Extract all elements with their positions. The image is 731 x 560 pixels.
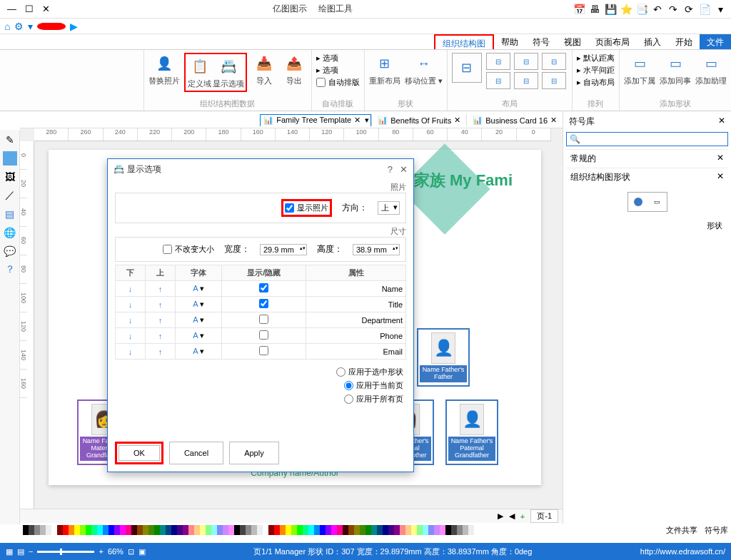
qat-copy-icon[interactable]: 📑 (635, 3, 648, 16)
color-swatch[interactable] (348, 525, 354, 535)
layout-opt-3[interactable]: ⊟ (542, 53, 566, 70)
color-swatch[interactable] (274, 525, 280, 535)
layout-large[interactable]: ⊟ (452, 53, 482, 83)
cancel-button[interactable]: Cancel (169, 442, 223, 464)
qat-print-icon[interactable]: 🖶 (588, 3, 601, 16)
color-swatch[interactable] (188, 525, 194, 535)
ok-button[interactable]: OK (119, 445, 160, 461)
qat-undo-icon[interactable]: ↶ (651, 3, 664, 16)
color-swatch[interactable] (411, 525, 417, 535)
tab-symbol[interactable]: 符号 (525, 34, 557, 49)
color-swatch[interactable] (23, 525, 29, 535)
color-swatch[interactable] (423, 525, 428, 535)
color-swatch[interactable] (69, 525, 74, 535)
apply-radio[interactable]: 应用于选中形状 (336, 367, 403, 377)
tab-insert[interactable]: 插入 (637, 34, 668, 49)
color-swatch[interactable] (160, 525, 166, 535)
sp-search[interactable]: 🔍 (566, 132, 728, 146)
color-swatch[interactable] (183, 525, 188, 535)
color-swatch[interactable] (263, 525, 268, 535)
qat-more-icon[interactable]: ▾ (714, 3, 727, 16)
close-tab-icon[interactable]: ✕ (354, 116, 361, 125)
org-node-pat-grandfather[interactable]: 👤 Name Father's Paternal Grandfather (445, 399, 498, 465)
color-swatch[interactable] (377, 525, 383, 535)
opt-2[interactable]: ▸ 选项 (316, 65, 338, 76)
show-photo-checkbox[interactable]: 显示照片 (285, 203, 328, 213)
color-swatch[interactable] (223, 525, 228, 535)
color-swatch[interactable] (211, 525, 217, 535)
color-swatch[interactable] (434, 525, 440, 535)
color-swatch[interactable] (286, 525, 291, 535)
page-nav-next[interactable]: ▶ (498, 511, 503, 521)
color-swatch[interactable] (308, 525, 314, 535)
zoom-control[interactable]: ▦ ▤ −+ 66% ⊡ ▣ (6, 547, 146, 556)
show-field-checkbox[interactable] (259, 315, 268, 324)
lock-size-checkbox[interactable]: 不改变大小 (163, 244, 214, 255)
default-distance[interactable]: ▸ 默认距离 (577, 53, 615, 63)
gear-icon[interactable]: ⚙ (14, 21, 24, 32)
color-swatch[interactable] (240, 525, 246, 535)
color-swatch[interactable] (154, 525, 160, 535)
layout-opt-4[interactable]: ⊟ (486, 72, 510, 89)
dialog-close-icon[interactable]: ✕ (400, 164, 408, 175)
tab-view[interactable]: 视图 (557, 34, 588, 49)
color-swatch[interactable] (109, 525, 114, 535)
rect-icon[interactable] (3, 151, 17, 166)
apply-radio[interactable]: 应用于当前页 (344, 380, 403, 391)
color-swatch[interactable] (343, 525, 348, 535)
color-swatch[interactable] (40, 525, 46, 535)
color-swatch[interactable] (457, 525, 463, 535)
color-swatch[interactable] (468, 525, 474, 535)
apply-radio[interactable]: 应用于所有页 (344, 394, 403, 404)
add-colleague-button[interactable]: ▭添加同事 (660, 53, 691, 86)
color-swatch[interactable] (445, 525, 451, 535)
color-swatch[interactable] (366, 525, 371, 535)
doc-icon[interactable]: ▤ (3, 207, 17, 221)
direction-select[interactable]: 上 (378, 201, 400, 215)
pointer-icon[interactable]: ✎ (3, 133, 17, 147)
minimize-icon[interactable]: — (7, 4, 16, 14)
show-field-checkbox[interactable] (259, 283, 268, 292)
doctab-business-card[interactable]: 📊Business Card 16✕ (466, 114, 563, 126)
color-swatch[interactable] (303, 525, 308, 535)
doctab-benefits[interactable]: 📊Benefits Of Fruits✕ (371, 114, 466, 126)
add-page-icon[interactable]: + (520, 512, 525, 521)
layout-opt-2[interactable]: ⊟ (514, 53, 538, 70)
page-nav-prev[interactable]: ◀ (509, 511, 515, 521)
replace-photo-button[interactable]: 👤替换照片 (148, 53, 180, 86)
maximize-icon[interactable]: ☐ (25, 4, 34, 14)
qat-save-icon[interactable]: 💾 (604, 3, 617, 16)
color-swatch[interactable] (91, 525, 97, 535)
line-icon[interactable]: ／ (3, 188, 17, 203)
tab-orgchart[interactable]: 组织结构图 (434, 34, 494, 49)
sp-row-close-2[interactable]: ✕ (717, 171, 724, 183)
color-swatch[interactable] (114, 525, 120, 535)
close-tab-icon[interactable]: ✕ (550, 116, 557, 125)
tab-help[interactable]: 帮助 (494, 34, 525, 49)
layout-opt-1[interactable]: ⊟ (486, 53, 510, 70)
show-field-checkbox[interactable] (259, 299, 268, 308)
move-pos-button[interactable]: ↔移动位置 ▾ (405, 53, 443, 86)
sp-row-close-1[interactable]: ✕ (717, 153, 724, 165)
doctab-family-tree[interactable]: 📊Family Tree Template✕ (260, 114, 371, 127)
layout-opt-5[interactable]: ⊟ (514, 72, 538, 89)
color-swatch[interactable] (234, 525, 240, 535)
color-swatch[interactable] (331, 525, 337, 535)
auto-layout[interactable]: ▸ 自动布局 (577, 77, 615, 88)
color-swatch[interactable] (57, 525, 63, 535)
relayout-button[interactable]: ⊞重新布局 (369, 53, 400, 86)
color-swatch[interactable] (440, 525, 445, 535)
sp-row-orgshapes[interactable]: 组织结构图形状 (570, 171, 630, 183)
color-swatch[interactable] (354, 525, 360, 535)
define-fields-button[interactable]: 📋定义域 (187, 56, 213, 89)
play-icon[interactable]: ▶ (70, 21, 78, 32)
color-swatch[interactable] (360, 525, 366, 535)
color-swatch[interactable] (246, 525, 251, 535)
image-icon[interactable]: 🖼 (3, 170, 17, 184)
sp-close-icon[interactable]: ✕ (718, 116, 725, 128)
color-swatch[interactable] (291, 525, 297, 535)
add-assistant-button[interactable]: ▭添加助理 (695, 53, 727, 86)
sp-shape-preview[interactable]: ▭ (627, 192, 667, 212)
color-swatch[interactable] (131, 525, 137, 535)
color-swatch[interactable] (388, 525, 394, 535)
